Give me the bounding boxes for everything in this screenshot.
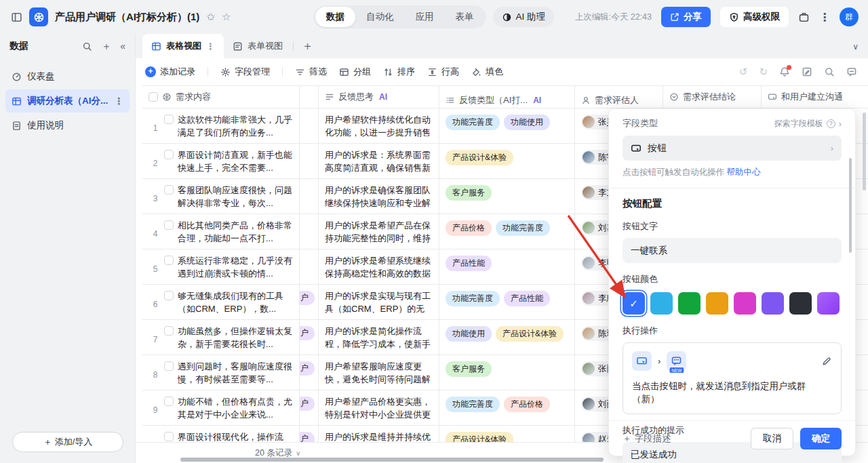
add-view-icon[interactable]: ＋ [302, 38, 313, 54]
collapse-sidebar-icon[interactable] [11, 12, 22, 23]
column-header-content[interactable]: 需求内容 [142, 86, 300, 108]
column-header-types[interactable]: 反馈类型（AI打...AI [439, 86, 575, 108]
notification-bell-icon[interactable] [779, 66, 790, 77]
cell-thinking[interactable]: 用户的诉求是确保客服团队继续保持快速响应和专业解决... [319, 179, 439, 214]
expand-record-icon[interactable] [164, 361, 174, 371]
ai-assistant-button[interactable]: AI 助理 [492, 7, 554, 27]
advanced-permission-button[interactable]: 高级权限 [720, 7, 789, 27]
confirm-button[interactable]: 确定 [800, 428, 842, 449]
cell-thinking[interactable]: 用户希望产品价格更实惠，特别是针对中小企业提供更具... [319, 390, 439, 425]
top-tab-数据[interactable]: 数据 [315, 7, 355, 27]
cell-hidden-column[interactable]: 户 [300, 426, 319, 442]
cell-feedback-type[interactable]: 产品价格功能完善度 [439, 214, 575, 249]
top-tab-应用[interactable]: 应用 [404, 7, 444, 27]
cell-thinking[interactable]: 用户希望客服响应速度更快，避免长时间等待问题解决，... [319, 355, 439, 390]
column-header-eval[interactable]: 需求评估人 [575, 86, 663, 108]
panel-scrollbar[interactable] [849, 158, 852, 253]
expand-record-icon[interactable] [164, 185, 174, 195]
add-field-description[interactable]: ＋ 字段描述 [623, 432, 744, 445]
add-import-button[interactable]: ＋ 添加/导入 [12, 432, 123, 452]
row-height-button[interactable]: 行高 [427, 66, 459, 78]
comment-icon[interactable] [846, 66, 857, 77]
cell-hidden-column[interactable]: 户 [300, 355, 319, 390]
plugin-icon[interactable] [798, 12, 810, 23]
add-record-button[interactable]: + 添加记录 [145, 66, 195, 78]
column-header-btn[interactable]: 和用户建立沟通 [762, 86, 868, 108]
cell-content[interactable]: 4相比其他同类产品，价格非常合理，功能却一点不打... [142, 214, 300, 249]
cell-feedback-type[interactable]: 产品设计&体验 [439, 144, 575, 178]
cell-feedback-type[interactable]: 功能完善度产品性能 [439, 285, 575, 319]
cell-thinking[interactable]: 用户的诉求是维持并持续优化界面设计的现代化风格，确... [319, 426, 439, 442]
cell-content[interactable]: 2界面设计简洁直观，新手也能快速上手，完全不需要... [142, 144, 300, 178]
cell-thinking[interactable]: 用户的诉求是：系统界面需高度简洁直观，确保销售新手... [319, 144, 439, 178]
cell-hidden-column[interactable]: 户 [300, 285, 319, 319]
help-center-link[interactable]: 帮助中心 [726, 167, 760, 177]
cell-feedback-type[interactable]: 功能使用产品设计&体验 [439, 320, 575, 355]
cell-content[interactable]: 7功能虽然多，但操作逻辑太复杂，新手需要花很长时... [142, 320, 300, 355]
search-table-icon[interactable] [824, 66, 835, 77]
top-tab-自动化[interactable]: 自动化 [355, 7, 405, 27]
sidebar-item[interactable]: 使用说明 [5, 114, 130, 137]
redo-icon[interactable]: ↻ [759, 66, 768, 78]
color-swatch[interactable] [789, 292, 812, 315]
expand-record-icon[interactable] [164, 291, 174, 300]
sidebar-item[interactable]: 仪表盘 [5, 65, 130, 88]
column-header-hidden[interactable] [300, 86, 319, 108]
add-table-icon[interactable]: ＋ [101, 40, 111, 53]
color-swatch[interactable] [762, 292, 784, 315]
group-button[interactable]: 分组 [339, 66, 371, 78]
cell-thinking[interactable]: 用户的诉求是简化操作流程，降低学习成本，使新手能快... [319, 320, 439, 355]
select-all-checkbox[interactable] [149, 92, 158, 102]
expand-record-icon[interactable] [164, 326, 174, 336]
collapse-toolbar-icon[interactable]: ∨ [852, 42, 859, 52]
star-icon[interactable]: ☆ [222, 11, 231, 23]
cell-hidden-column[interactable] [300, 179, 319, 214]
color-swatch[interactable] [734, 292, 756, 315]
column-header-think[interactable]: 反馈思考AI [319, 86, 439, 108]
color-swatch[interactable] [706, 292, 728, 315]
color-swatch[interactable] [817, 292, 840, 315]
cell-feedback-type[interactable]: 功能完善度产品价格 [439, 390, 575, 425]
cell-hidden-column[interactable]: 户 [300, 320, 319, 355]
cell-feedback-type[interactable]: 功能完善度功能使用 [439, 108, 575, 143]
sort-button[interactable]: 排序 [383, 66, 415, 78]
cell-feedback-type[interactable]: 产品性能 [439, 249, 575, 284]
cell-content[interactable]: 10界面设计很现代化，操作流程，用户体验整体不错... [142, 426, 300, 442]
undo-icon[interactable]: ↺ [739, 66, 748, 78]
cell-hidden-column[interactable] [300, 144, 319, 178]
horizontal-scrollbar[interactable] [180, 458, 604, 462]
view-options-icon[interactable]: ⋮ [206, 41, 215, 52]
more-menu-icon[interactable]: ⋮ [819, 11, 830, 24]
expand-record-icon[interactable] [164, 150, 174, 159]
cell-hidden-column[interactable] [300, 214, 319, 249]
cell-content[interactable]: 9功能不错，但价格有点贵，尤其是对于中小企业来说... [142, 390, 300, 425]
cell-thinking[interactable]: 用户的诉求是实现与现有工具（如CRM、ERP）的无缝集... [319, 285, 439, 319]
color-swatch[interactable]: ✓ [623, 292, 645, 315]
compose-icon[interactable] [802, 66, 812, 77]
cell-hidden-column[interactable]: 户 [300, 390, 319, 425]
field-manage-button[interactable]: 字段管理 [220, 66, 270, 78]
item-more-icon[interactable]: ⋮ [115, 96, 124, 106]
expand-record-icon[interactable] [164, 432, 174, 441]
cell-content[interactable]: 1这款软件功能非常强大，几乎满足了我们所有的业务... [142, 108, 300, 143]
help-icon[interactable]: ? [827, 119, 835, 128]
edit-pencil-icon[interactable] [821, 356, 832, 367]
tab-form-view[interactable]: 表单视图 [224, 34, 292, 58]
action-card[interactable]: › NEW 当点击按钮时，就发送消息到指定用户或群（新） [623, 342, 842, 414]
top-tab-表单[interactable]: 表单 [444, 7, 484, 27]
cell-thinking[interactable]: 用户的诉求是希望系统继续保持高稳定性和高效的数据处... [319, 249, 439, 284]
sidebar-item[interactable]: 调研分析表（AI分...⋮ [5, 89, 130, 113]
explore-field-templates[interactable]: 探索字段模板 ? › [774, 118, 842, 129]
button-text-input[interactable]: 一键联系 [623, 238, 842, 263]
cell-content[interactable]: 6够无缝集成我们现有的工具（如CRM、ERP），数... [142, 285, 300, 319]
cell-feedback-type[interactable]: 客户服务 [439, 179, 575, 214]
favorite-icon[interactable]: ✩ [206, 11, 215, 23]
color-swatch[interactable] [678, 292, 701, 315]
filter-button[interactable]: 筛选 [295, 66, 327, 78]
expand-record-icon[interactable] [164, 115, 174, 124]
cell-feedback-type[interactable]: 产品设计&体验 [439, 426, 575, 442]
fill-color-button[interactable]: 填色 [471, 66, 503, 78]
cell-content[interactable]: 8遇到问题时，客服响应速度很慢，有时候甚至需要等... [142, 355, 300, 390]
cell-content[interactable]: 3客服团队响应速度很快，问题解决得非常专业，每次... [142, 179, 300, 214]
tab-grid-view[interactable]: 表格视图 ⋮ [142, 34, 224, 58]
